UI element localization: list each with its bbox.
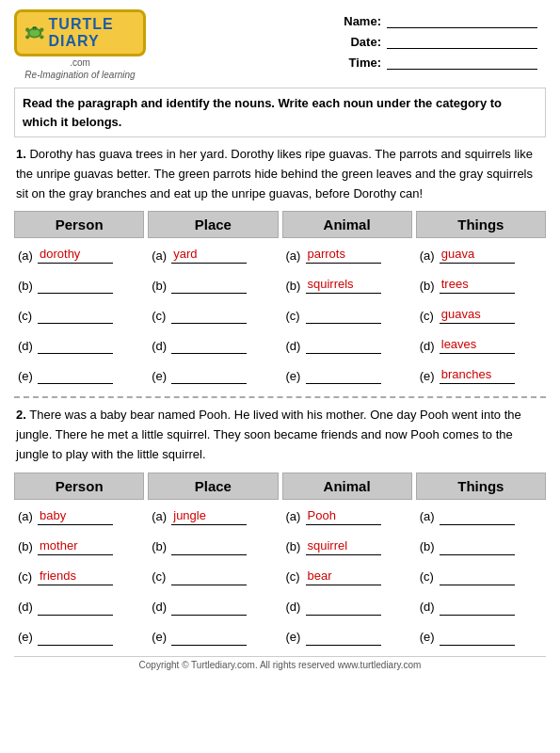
cell-place-1: (a)jungle (148, 504, 278, 530)
date-input-line[interactable] (387, 34, 537, 49)
answer-value-place[interactable] (171, 307, 247, 324)
answer-value-things[interactable]: leaves (440, 337, 515, 354)
answer-value-animal[interactable] (306, 599, 381, 616)
cell-animal-2: (b)squirrels (282, 272, 412, 298)
answer-value-place[interactable]: jungle (171, 508, 247, 525)
cell-animal-5: (e) (282, 362, 412, 389)
answer-value-person[interactable]: baby (38, 508, 113, 525)
svg-point-5 (40, 35, 43, 39)
answer-value-things[interactable]: branches (440, 367, 515, 384)
row-letter: (e) (420, 630, 437, 644)
section1-header-animal: Animal (282, 211, 412, 238)
section2-header-place: Place (148, 473, 278, 500)
row-letter: (d) (286, 339, 303, 353)
instructions: Read the paragraph and identify the noun… (14, 88, 546, 137)
answer-row-3: (c)(c)(c)(c)guavas (14, 302, 546, 328)
answer-value-person[interactable]: dorothy (38, 247, 113, 264)
cell-place-1: (a)yard (148, 242, 278, 268)
cell-animal-1: (a)parrots (282, 242, 412, 268)
row-letter: (e) (152, 369, 168, 383)
answer-value-person[interactable] (38, 307, 113, 324)
cell-person-3: (c) (14, 302, 144, 328)
row-letter: (b) (420, 279, 437, 293)
cell-person-2: (b)mother (14, 534, 144, 560)
answer-value-place[interactable]: yard (171, 247, 247, 264)
answer-value-place[interactable] (171, 277, 247, 294)
answer-value-animal[interactable]: Pooh (306, 508, 381, 525)
row-letter: (d) (420, 600, 437, 614)
answer-row-5: (e)(e)(e)(e) (14, 624, 546, 650)
header: TURTLE DIARY .com Re-Imagination of lear… (14, 9, 546, 80)
cell-place-2: (b) (148, 534, 278, 560)
page: TURTLE DIARY .com Re-Imagination of lear… (0, 0, 560, 753)
answer-value-things[interactable] (440, 569, 515, 585)
time-input-line[interactable] (387, 55, 537, 70)
cell-animal-3: (c) (282, 302, 412, 328)
row-letter: (d) (18, 600, 35, 614)
cell-place-4: (d) (148, 594, 278, 620)
section1-category-headers: Person Place Animal Things (14, 211, 546, 238)
row-letter: (a) (420, 509, 437, 523)
cell-place-4: (d) (148, 332, 278, 359)
cell-place-3: (c) (148, 564, 278, 590)
time-row: Time: (339, 55, 546, 70)
cell-things-4: (d) (416, 594, 546, 620)
logo-area: TURTLE DIARY .com Re-Imagination of lear… (14, 9, 146, 80)
answer-value-animal[interactable] (306, 307, 381, 324)
time-label: Time: (339, 56, 381, 70)
answer-value-animal[interactable]: bear (306, 569, 381, 585)
answer-value-animal[interactable]: squirrels (306, 277, 381, 294)
answer-value-place[interactable] (171, 337, 247, 354)
row-letter: (e) (152, 630, 168, 644)
row-letter: (c) (152, 569, 168, 584)
answer-value-things[interactable]: guavas (440, 307, 515, 324)
answer-value-person[interactable]: mother (38, 538, 113, 555)
date-row: Date: (339, 34, 546, 49)
section-divider (14, 396, 546, 398)
section1-number: 1. (16, 147, 26, 161)
cell-person-1: (a)dorothy (14, 242, 144, 268)
cell-animal-1: (a)Pooh (282, 504, 412, 530)
name-input-line[interactable] (387, 13, 537, 28)
answer-value-person[interactable] (38, 337, 113, 354)
answer-value-place[interactable] (171, 599, 247, 616)
answer-value-person[interactable]: friends (38, 569, 113, 585)
answer-value-person[interactable] (38, 367, 113, 384)
cell-animal-3: (c)bear (282, 564, 412, 590)
answer-value-animal[interactable] (306, 367, 381, 384)
row-letter: (e) (420, 369, 437, 383)
answer-value-things[interactable] (440, 599, 515, 616)
answer-value-animal[interactable] (306, 629, 381, 646)
answer-value-person[interactable] (38, 629, 113, 646)
footer: Copyright © Turtlediary.com. All rights … (14, 656, 546, 670)
answer-row-2: (b)mother(b)(b)squirrel(b) (14, 534, 546, 560)
row-letter: (c) (420, 569, 437, 584)
section2-header-things: Things (416, 473, 546, 500)
section2-text: There was a baby bear named Pooh. He liv… (16, 408, 521, 461)
answer-value-person[interactable] (38, 277, 113, 294)
cell-things-4: (d)leaves (416, 332, 546, 359)
answer-value-place[interactable] (171, 367, 247, 384)
row-letter: (a) (18, 248, 35, 263)
answer-value-things[interactable]: guava (440, 247, 515, 264)
answer-value-things[interactable]: trees (440, 277, 515, 294)
svg-point-2 (25, 28, 29, 32)
answer-value-things[interactable] (440, 629, 515, 646)
answer-value-place[interactable] (171, 629, 247, 646)
answer-value-things[interactable] (440, 508, 515, 525)
answer-value-person[interactable] (38, 599, 113, 616)
answer-value-animal[interactable] (306, 337, 381, 354)
row-letter: (a) (286, 248, 303, 263)
turtle-icon (24, 22, 45, 44)
cell-things-3: (c)guavas (416, 302, 546, 328)
row-letter: (b) (286, 279, 303, 293)
cell-things-3: (c) (416, 564, 546, 590)
answer-value-animal[interactable]: parrots (306, 247, 381, 264)
answer-value-place[interactable] (171, 538, 247, 555)
answer-value-things[interactable] (440, 538, 515, 555)
answer-value-place[interactable] (171, 569, 247, 585)
name-label: Name: (339, 14, 381, 28)
cell-person-2: (b) (14, 272, 144, 298)
answer-value-animal[interactable]: squirrel (306, 538, 381, 555)
row-letter: (b) (152, 279, 168, 293)
